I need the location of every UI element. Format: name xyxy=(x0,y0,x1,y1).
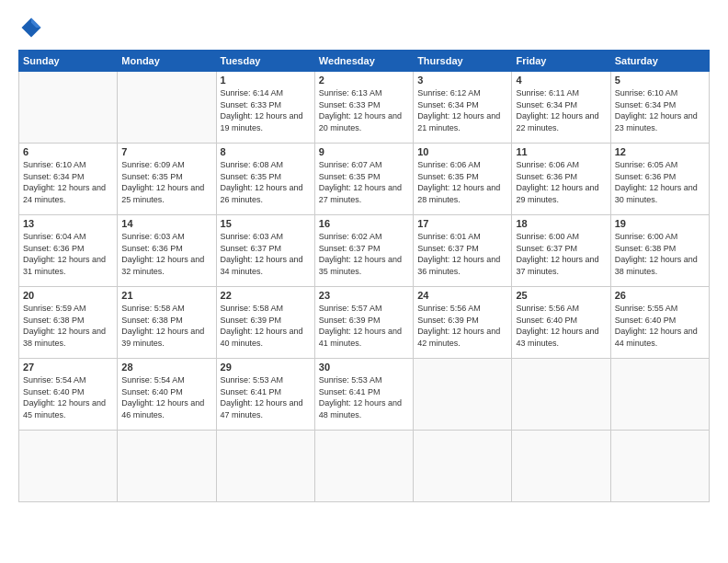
day-info: Sunrise: 6:13 AMSunset: 6:33 PMDaylight:… xyxy=(319,87,409,133)
day-info: Sunrise: 6:00 AMSunset: 6:37 PMDaylight:… xyxy=(516,231,606,277)
calendar-cell: 20Sunrise: 5:59 AMSunset: 6:38 PMDayligh… xyxy=(19,287,118,359)
calendar-cell: 9Sunrise: 6:07 AMSunset: 6:35 PMDaylight… xyxy=(314,144,413,215)
calendar-cell: 21Sunrise: 5:58 AMSunset: 6:38 PMDayligh… xyxy=(118,287,216,359)
day-info: Sunrise: 5:54 AMSunset: 6:40 PMDaylight:… xyxy=(23,374,113,420)
day-number: 14 xyxy=(121,218,211,229)
day-number: 5 xyxy=(615,75,705,86)
day-number: 2 xyxy=(319,75,409,86)
weekday-header: Sunday xyxy=(19,51,118,72)
day-info: Sunrise: 5:56 AMSunset: 6:39 PMDaylight:… xyxy=(417,303,507,349)
calendar-cell: 24Sunrise: 5:56 AMSunset: 6:39 PMDayligh… xyxy=(414,287,512,359)
calendar-cell xyxy=(610,359,709,431)
calendar-cell: 16Sunrise: 6:02 AMSunset: 6:37 PMDayligh… xyxy=(314,215,413,287)
calendar-row: 13Sunrise: 6:04 AMSunset: 6:36 PMDayligh… xyxy=(19,215,710,287)
day-info: Sunrise: 6:07 AMSunset: 6:35 PMDaylight:… xyxy=(319,159,409,205)
calendar-cell xyxy=(118,72,216,144)
calendar-cell: 6Sunrise: 6:10 AMSunset: 6:34 PMDaylight… xyxy=(19,144,118,215)
day-number: 29 xyxy=(221,362,311,373)
calendar-header-row: SundayMondayTuesdayWednesdayThursdayFrid… xyxy=(19,51,710,72)
day-info: Sunrise: 6:01 AMSunset: 6:37 PMDaylight:… xyxy=(417,231,507,277)
day-info: Sunrise: 6:08 AMSunset: 6:35 PMDaylight:… xyxy=(221,159,311,205)
day-number: 28 xyxy=(121,362,211,373)
weekday-header: Wednesday xyxy=(314,51,413,72)
day-number: 21 xyxy=(121,290,211,301)
weekday-header: Tuesday xyxy=(216,51,314,72)
calendar-cell xyxy=(216,431,314,502)
day-info: Sunrise: 6:06 AMSunset: 6:35 PMDaylight:… xyxy=(417,159,507,205)
calendar-cell: 19Sunrise: 6:00 AMSunset: 6:38 PMDayligh… xyxy=(610,215,709,287)
calendar-row: 6Sunrise: 6:10 AMSunset: 6:34 PMDaylight… xyxy=(19,144,710,215)
calendar-cell: 13Sunrise: 6:04 AMSunset: 6:36 PMDayligh… xyxy=(19,215,118,287)
calendar-cell: 10Sunrise: 6:06 AMSunset: 6:35 PMDayligh… xyxy=(414,144,512,215)
day-number: 19 xyxy=(615,218,705,229)
calendar-cell: 29Sunrise: 5:53 AMSunset: 6:41 PMDayligh… xyxy=(216,359,314,431)
weekday-header: Monday xyxy=(118,51,216,72)
header xyxy=(18,15,710,40)
day-info: Sunrise: 6:04 AMSunset: 6:36 PMDaylight:… xyxy=(23,231,113,277)
calendar-cell xyxy=(414,359,512,431)
calendar-cell: 15Sunrise: 6:03 AMSunset: 6:37 PMDayligh… xyxy=(216,215,314,287)
calendar-cell: 1Sunrise: 6:14 AMSunset: 6:33 PMDaylight… xyxy=(216,72,314,144)
day-info: Sunrise: 5:57 AMSunset: 6:39 PMDaylight:… xyxy=(319,303,409,349)
day-info: Sunrise: 6:06 AMSunset: 6:36 PMDaylight:… xyxy=(516,159,606,205)
day-info: Sunrise: 6:14 AMSunset: 6:33 PMDaylight:… xyxy=(221,87,311,133)
day-number: 11 xyxy=(516,146,606,157)
calendar-cell: 7Sunrise: 6:09 AMSunset: 6:35 PMDaylight… xyxy=(118,144,216,215)
day-info: Sunrise: 5:55 AMSunset: 6:40 PMDaylight:… xyxy=(615,303,705,349)
calendar-table: SundayMondayTuesdayWednesdayThursdayFrid… xyxy=(18,50,710,502)
calendar-cell: 14Sunrise: 6:03 AMSunset: 6:36 PMDayligh… xyxy=(118,215,216,287)
day-number: 13 xyxy=(23,218,113,229)
calendar-cell: 26Sunrise: 5:55 AMSunset: 6:40 PMDayligh… xyxy=(610,287,709,359)
day-number: 24 xyxy=(417,290,507,301)
calendar-cell xyxy=(414,431,512,502)
day-number: 6 xyxy=(23,146,113,157)
page: SundayMondayTuesdayWednesdayThursdayFrid… xyxy=(0,0,728,563)
day-info: Sunrise: 5:59 AMSunset: 6:38 PMDaylight:… xyxy=(23,303,113,349)
day-number: 26 xyxy=(615,290,705,301)
day-number: 30 xyxy=(319,362,409,373)
calendar-cell xyxy=(610,431,709,502)
day-number: 1 xyxy=(221,75,311,86)
weekday-header: Friday xyxy=(512,51,610,72)
day-number: 8 xyxy=(221,146,311,157)
day-info: Sunrise: 5:54 AMSunset: 6:40 PMDaylight:… xyxy=(121,374,211,420)
day-info: Sunrise: 6:03 AMSunset: 6:36 PMDaylight:… xyxy=(121,231,211,277)
calendar-cell: 17Sunrise: 6:01 AMSunset: 6:37 PMDayligh… xyxy=(414,215,512,287)
day-number: 10 xyxy=(417,146,507,157)
day-number: 25 xyxy=(516,290,606,301)
day-number: 22 xyxy=(221,290,311,301)
day-number: 23 xyxy=(319,290,409,301)
calendar-cell: 22Sunrise: 5:58 AMSunset: 6:39 PMDayligh… xyxy=(216,287,314,359)
day-info: Sunrise: 5:53 AMSunset: 6:41 PMDaylight:… xyxy=(319,374,409,420)
calendar-cell xyxy=(512,431,610,502)
day-info: Sunrise: 6:11 AMSunset: 6:34 PMDaylight:… xyxy=(516,87,606,133)
day-info: Sunrise: 5:56 AMSunset: 6:40 PMDaylight:… xyxy=(516,303,606,349)
calendar-cell xyxy=(19,431,118,502)
calendar-cell: 30Sunrise: 5:53 AMSunset: 6:41 PMDayligh… xyxy=(314,359,413,431)
day-info: Sunrise: 5:53 AMSunset: 6:41 PMDaylight:… xyxy=(221,374,311,420)
day-number: 9 xyxy=(319,146,409,157)
day-number: 4 xyxy=(516,75,606,86)
calendar-cell: 12Sunrise: 6:05 AMSunset: 6:36 PMDayligh… xyxy=(610,144,709,215)
day-number: 15 xyxy=(221,218,311,229)
logo-icon xyxy=(18,15,44,40)
weekday-header: Saturday xyxy=(610,51,709,72)
weekday-header: Thursday xyxy=(414,51,512,72)
day-info: Sunrise: 5:58 AMSunset: 6:39 PMDaylight:… xyxy=(221,303,311,349)
calendar-row: 20Sunrise: 5:59 AMSunset: 6:38 PMDayligh… xyxy=(19,287,710,359)
calendar-cell: 11Sunrise: 6:06 AMSunset: 6:36 PMDayligh… xyxy=(512,144,610,215)
calendar-cell: 27Sunrise: 5:54 AMSunset: 6:40 PMDayligh… xyxy=(19,359,118,431)
day-info: Sunrise: 5:58 AMSunset: 6:38 PMDaylight:… xyxy=(121,303,211,349)
calendar-row: 1Sunrise: 6:14 AMSunset: 6:33 PMDaylight… xyxy=(19,72,710,144)
day-number: 3 xyxy=(417,75,507,86)
day-info: Sunrise: 6:10 AMSunset: 6:34 PMDaylight:… xyxy=(23,159,113,205)
calendar-cell: 5Sunrise: 6:10 AMSunset: 6:34 PMDaylight… xyxy=(610,72,709,144)
calendar-cell xyxy=(314,431,413,502)
day-number: 18 xyxy=(516,218,606,229)
calendar-cell: 4Sunrise: 6:11 AMSunset: 6:34 PMDaylight… xyxy=(512,72,610,144)
calendar-cell xyxy=(118,431,216,502)
calendar-row: 27Sunrise: 5:54 AMSunset: 6:40 PMDayligh… xyxy=(19,359,710,431)
day-info: Sunrise: 6:12 AMSunset: 6:34 PMDaylight:… xyxy=(417,87,507,133)
day-number: 16 xyxy=(319,218,409,229)
day-number: 12 xyxy=(615,146,705,157)
